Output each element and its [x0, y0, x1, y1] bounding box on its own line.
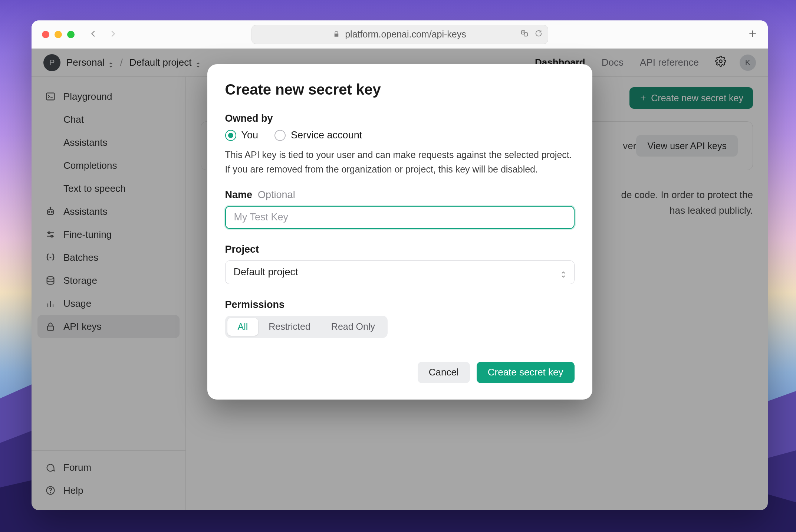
minimize-window-button[interactable] [55, 31, 62, 38]
create-secret-key-submit[interactable]: Create secret key [477, 362, 575, 383]
name-label: Name Optional [225, 189, 575, 201]
chevron-updown-icon [561, 269, 566, 276]
cancel-button[interactable]: Cancel [418, 362, 470, 383]
lock-icon [333, 29, 340, 40]
modal-title: Create new secret key [225, 81, 575, 98]
permission-all[interactable]: All [227, 318, 259, 336]
radio-icon [274, 130, 286, 141]
forward-button[interactable] [109, 30, 117, 39]
radio-label: You [241, 129, 259, 141]
key-name-input[interactable] [225, 206, 575, 229]
url-text: platform.openai.com/api-keys [345, 29, 466, 40]
project-select-value: Default project [234, 266, 298, 278]
permissions-label: Permissions [225, 299, 575, 311]
owner-you-radio[interactable]: You [225, 129, 259, 141]
address-bar[interactable]: platform.openai.com/api-keys [251, 25, 548, 44]
owned-by-label: Owned by [225, 113, 575, 124]
optional-hint: Optional [258, 189, 295, 200]
project-label: Project [225, 244, 575, 255]
close-window-button[interactable] [42, 31, 49, 38]
new-tab-button[interactable] [748, 29, 757, 40]
window-controls [42, 31, 75, 38]
translate-icon[interactable] [520, 29, 529, 40]
radio-icon [225, 130, 236, 141]
maximize-window-button[interactable] [67, 31, 75, 38]
radio-label: Service account [291, 129, 362, 141]
project-select[interactable]: Default project [225, 260, 575, 284]
permission-readonly[interactable]: Read Only [321, 318, 385, 336]
modal-overlay: Create new secret key Owned by You Servi… [32, 49, 768, 510]
browser-window: platform.openai.com/api-keys P Personal … [32, 20, 768, 510]
create-key-modal: Create new secret key Owned by You Servi… [207, 64, 592, 400]
owner-service-account-radio[interactable]: Service account [274, 129, 362, 141]
owner-hint: This API key is tied to your user and ca… [225, 148, 575, 177]
permissions-segmented: All Restricted Read Only [225, 316, 388, 338]
back-button[interactable] [89, 30, 98, 39]
permission-restricted[interactable]: Restricted [258, 318, 321, 336]
reload-icon[interactable] [534, 29, 543, 40]
titlebar: platform.openai.com/api-keys [32, 20, 768, 49]
